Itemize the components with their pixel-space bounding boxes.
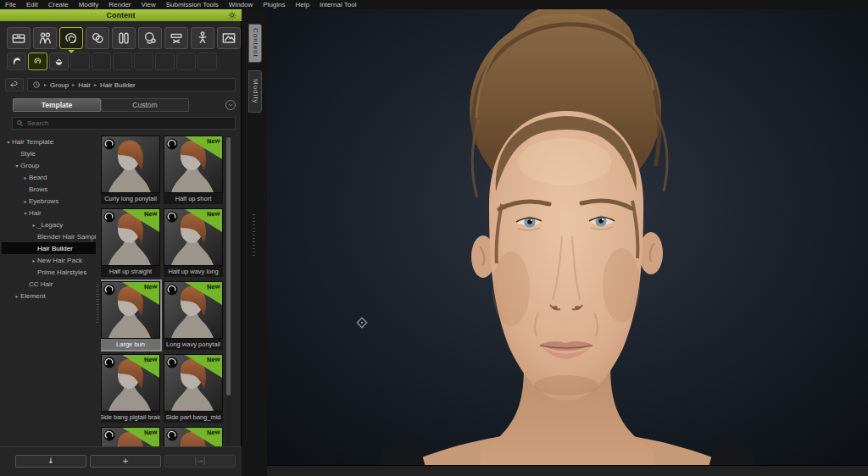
- home-icon[interactable]: [32, 80, 41, 89]
- tree-item-_legacy[interactable]: ▸_Legacy: [2, 219, 96, 230]
- hair-item-long-wavy-ponytail[interactable]: NewLong wavy ponytail: [164, 281, 223, 350]
- menu-window[interactable]: Window: [224, 0, 258, 9]
- menu-render[interactable]: Render: [103, 0, 136, 9]
- chevron-down-circle-icon[interactable]: [225, 100, 236, 110]
- tree-grid-splitter[interactable]: [96, 136, 99, 446]
- tree-expander-icon[interactable]: ▾: [5, 139, 12, 145]
- tree-item-element[interactable]: ▸Element: [2, 290, 96, 302]
- tree-item-new-hair-pack[interactable]: ▸New Hair Pack: [2, 254, 96, 266]
- 3d-viewport[interactable]: [267, 9, 868, 476]
- breadcrumb-separator-icon: ▸: [44, 82, 47, 87]
- hair-item-partial-8[interactable]: New: [101, 427, 160, 447]
- tree-item-label: New Hair Pack: [37, 257, 82, 264]
- side-tab-modify[interactable]: Modify: [248, 70, 262, 113]
- hair-item-label: Half up short: [164, 193, 223, 204]
- animation-icon: [194, 30, 211, 47]
- tab-custom[interactable]: Custom: [101, 98, 189, 112]
- menu-modify[interactable]: Modify: [74, 0, 104, 9]
- empty-slot[interactable]: [70, 53, 90, 70]
- empty-slot[interactable]: [198, 53, 217, 70]
- prop-button[interactable]: [164, 27, 188, 49]
- grid-scrollbar[interactable]: [226, 136, 231, 447]
- hair-item-half-up-straight[interactable]: NewHalf up straight: [101, 208, 160, 277]
- menu-edit[interactable]: Edit: [21, 0, 43, 9]
- stage-button[interactable]: [217, 27, 241, 49]
- gear-icon[interactable]: [228, 11, 236, 19]
- hair-style-button[interactable]: [7, 53, 26, 70]
- menu-internal-tool[interactable]: Internal Tool: [314, 0, 361, 9]
- materials-button[interactable]: [86, 27, 109, 49]
- breadcrumb-separator-icon: ▸: [94, 82, 97, 87]
- hair-builder-button[interactable]: [28, 53, 47, 70]
- empty-slot[interactable]: [113, 53, 132, 70]
- tree-item-hair-builder[interactable]: Hair Builder: [2, 242, 96, 254]
- hair-item-half-up-short[interactable]: NewHalf up short: [164, 136, 223, 204]
- tree-item-beard[interactable]: ▸Beard: [2, 171, 96, 183]
- avatars-button[interactable]: [33, 27, 57, 49]
- tree-item-style[interactable]: Style: [2, 147, 96, 159]
- tree-item-label: CC Hair: [29, 280, 53, 288]
- accessory-button[interactable]: [138, 27, 162, 49]
- hair-item-partial-9[interactable]: New: [164, 427, 223, 447]
- menu-file[interactable]: File: [0, 0, 21, 9]
- character-render: [267, 9, 868, 476]
- stage-icon: [220, 30, 237, 47]
- hair-item-side-part-bang-mid[interactable]: NewSide part bang_mid: [164, 354, 223, 423]
- empty-slot[interactable]: [176, 53, 196, 70]
- breadcrumb[interactable]: ▸Group▸Hair▸Hair Builder: [27, 78, 236, 91]
- tree-expander-icon[interactable]: ▸: [31, 257, 37, 263]
- tree-item-label: Style: [20, 150, 36, 158]
- menu-plugins[interactable]: Plugins: [258, 0, 290, 9]
- back-arrow-icon[interactable]: [5, 78, 24, 91]
- tree-item-group[interactable]: ▾Group: [2, 159, 96, 171]
- breadcrumb-item[interactable]: Group: [50, 81, 69, 89]
- empty-slot[interactable]: [155, 53, 175, 70]
- tree-item-hair-template[interactable]: ▾Hair Template: [2, 136, 96, 147]
- tree-expander-icon[interactable]: ▸: [31, 222, 37, 228]
- hair-item-curly-long-ponytail[interactable]: Curly long ponytail: [101, 136, 160, 204]
- breadcrumb-item[interactable]: Hair: [78, 81, 91, 89]
- tree-item-brows[interactable]: Brows: [2, 183, 96, 195]
- animation-button[interactable]: [191, 27, 214, 49]
- hair-item-large-bun[interactable]: NewLarge bun: [101, 281, 160, 350]
- empty-slot[interactable]: [92, 53, 111, 70]
- menu-submission-tools[interactable]: Submission Tools: [161, 0, 224, 9]
- beard-button[interactable]: [49, 53, 69, 70]
- hair-item-label: Side part bang_mid: [164, 412, 223, 423]
- search-box[interactable]: [12, 117, 236, 130]
- tree-expander-icon[interactable]: ▾: [14, 163, 20, 169]
- materials-icon: [89, 30, 106, 47]
- outfit-button[interactable]: [112, 27, 136, 49]
- drawer-button[interactable]: [7, 27, 31, 49]
- tree-item-blender-hair-samples[interactable]: Blender Hair Samples: [2, 230, 96, 242]
- tree-item-cc-hair[interactable]: CC Hair: [2, 278, 96, 290]
- menu-help[interactable]: Help: [291, 0, 314, 9]
- tree-item-prime-hairstyles[interactable]: Prime Hairstyles: [2, 266, 96, 278]
- tree-item-eyebrows[interactable]: ▸Eyebrows: [2, 195, 96, 207]
- side-tab-content[interactable]: Content: [248, 24, 262, 63]
- tree-expander-icon[interactable]: ▸: [22, 174, 29, 180]
- hair-item-side-bang-pigtail-braid[interactable]: NewSide bang pigtail braid: [101, 354, 160, 423]
- empty-slot[interactable]: [134, 53, 153, 70]
- menu-view[interactable]: View: [136, 0, 161, 9]
- apply-button: |→|: [164, 455, 236, 468]
- hair-builder-icon: [31, 55, 44, 68]
- search-icon: [16, 119, 24, 127]
- tree-expander-icon[interactable]: ▸: [14, 293, 20, 299]
- outfit-icon: [115, 30, 132, 47]
- tree-expander-icon[interactable]: ▸: [22, 198, 29, 204]
- tree-item-label: Element: [20, 292, 45, 300]
- download-button[interactable]: ↓: [15, 455, 86, 468]
- breadcrumb-item[interactable]: Hair Builder: [100, 81, 136, 89]
- hair-category-button[interactable]: [59, 27, 83, 49]
- search-input[interactable]: [27, 119, 231, 127]
- tab-template[interactable]: Template: [13, 98, 101, 112]
- hair-item-half-up-wavy-long[interactable]: NewHalf up wavy long: [164, 208, 223, 277]
- panel-drag-handle[interactable]: [253, 214, 255, 258]
- menu-create[interactable]: Create: [43, 0, 74, 9]
- add-button[interactable]: +: [90, 455, 161, 468]
- tree-expander-icon[interactable]: ▾: [22, 210, 29, 216]
- content-category-toolbar: [7, 27, 241, 49]
- hair-item-label: Side bang pigtail braid: [101, 412, 160, 423]
- tree-item-hair[interactable]: ▾Hair: [2, 207, 96, 219]
